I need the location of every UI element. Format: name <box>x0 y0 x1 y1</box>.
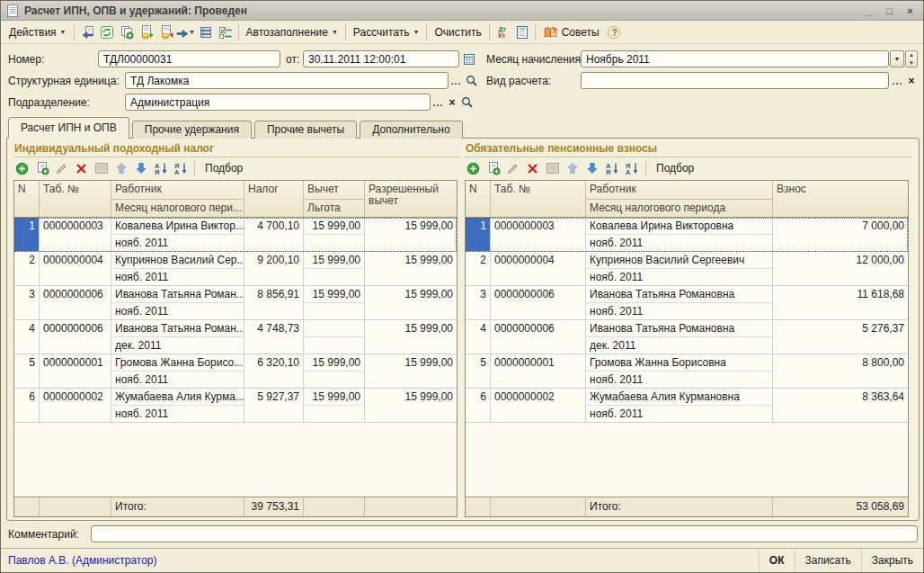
calctype-input[interactable] <box>581 72 889 89</box>
contribution-cell[interactable]: 7 000,00 <box>773 218 908 251</box>
allowed-cell[interactable]: 15 999,00 <box>365 354 457 388</box>
col-employee[interactable]: Работник Месяц налогового периода <box>586 181 773 217</box>
pick-button[interactable]: Подбор <box>201 162 246 175</box>
help-button[interactable]: ? <box>604 23 624 41</box>
col-n[interactable]: N <box>14 181 40 217</box>
current-user-link[interactable]: Павлов А.В. (Администратор) <box>1 554 759 567</box>
employee-cell[interactable]: Иванова Татьяна Роман... нояб. 2011 <box>111 286 244 319</box>
comment-input[interactable] <box>91 525 918 542</box>
table-row[interactable]: 6 0000000002 Жумабаева Алия Курмановна н… <box>466 389 908 423</box>
row-number-cell[interactable]: 2 <box>14 252 40 285</box>
month-input[interactable] <box>581 50 889 67</box>
row-number-cell[interactable]: 2 <box>466 252 491 285</box>
tab-no-cell[interactable]: 0000000006 <box>491 286 586 319</box>
end-edit-button[interactable] <box>93 161 109 176</box>
row-number-cell[interactable]: 6 <box>466 389 491 422</box>
goto-button[interactable]: ▼ <box>176 23 196 41</box>
unit-open-button[interactable] <box>464 72 478 89</box>
col-allowed[interactable]: Разрешенный вычет <box>365 181 457 217</box>
tab[interactable]: Дополнительно <box>360 121 462 139</box>
contribution-cell[interactable]: 12 000,00 <box>773 252 908 285</box>
tab-no-cell[interactable]: 0000000004 <box>40 252 111 285</box>
contribution-cell[interactable]: 8 363,64 <box>773 389 908 422</box>
journal-button[interactable] <box>512 23 532 41</box>
col-n[interactable]: N <box>466 181 491 217</box>
employee-cell[interactable]: Иванова Татьяна Романовна нояб. 2011 <box>586 286 773 319</box>
add-row-button[interactable] <box>14 161 30 176</box>
employee-cell[interactable]: Громова Жанна Борисо... нояб. 2011 <box>111 354 244 388</box>
move-up-button[interactable] <box>113 161 129 176</box>
unit-select-button[interactable]: ... <box>449 72 463 89</box>
row-number-cell[interactable]: 4 <box>466 320 491 354</box>
table-row[interactable]: 2 0000000004 Куприянов Василий Сер... но… <box>14 252 457 286</box>
col-tab-no[interactable]: Таб. № <box>40 181 111 217</box>
col-contribution[interactable]: Взнос <box>773 181 908 217</box>
edit-row-button[interactable] <box>505 161 520 176</box>
table-row[interactable]: 1 0000000003 Ковалева Ирина Викторовна н… <box>466 218 908 252</box>
allowed-cell[interactable]: 15 999,00 <box>365 286 457 319</box>
row-number-cell[interactable]: 4 <box>14 320 40 354</box>
employee-cell[interactable]: Куприянов Василий Сер... нояб. 2011 <box>111 252 244 285</box>
calctype-clear-button[interactable]: × <box>905 72 918 89</box>
tab-no-cell[interactable]: 0000000006 <box>40 320 111 354</box>
month-spinner[interactable]: ▲▼ <box>905 50 918 67</box>
tax-cell[interactable]: 4 700,10 <box>244 218 304 251</box>
tab-no-cell[interactable]: 0000000002 <box>40 389 111 422</box>
deduction-cell[interactable]: 15 999,00 <box>304 252 365 285</box>
deduction-cell[interactable]: 15 999,00 <box>304 218 365 251</box>
tab[interactable]: Расчет ИПН и ОПВ <box>8 117 129 139</box>
tab-no-cell[interactable]: 0000000001 <box>491 354 586 388</box>
employee-cell[interactable]: Громова Жанна Борисовна нояб. 2011 <box>586 354 773 388</box>
move-down-button[interactable] <box>584 161 600 176</box>
tips-button[interactable]: ?Советы <box>538 23 604 41</box>
tab-no-cell[interactable]: 0000000004 <box>491 252 586 285</box>
deduction-cell[interactable]: 15 999,00 <box>304 354 365 388</box>
employee-cell[interactable]: Иванова Татьяна Романовна дек. 2011 <box>586 320 773 354</box>
statusbar-button[interactable]: Записать <box>795 549 861 572</box>
unpost-button[interactable] <box>156 23 176 41</box>
calculate-menu-button[interactable]: Рассчитать▼ <box>349 24 424 40</box>
contribution-cell[interactable]: 11 618,68 <box>773 286 908 319</box>
calendar-button[interactable] <box>461 50 476 67</box>
table-row[interactable]: 5 0000000001 Громова Жанна Борисовна ноя… <box>466 354 908 389</box>
tax-cell[interactable]: 4 748,73 <box>244 320 304 354</box>
list-settings-button[interactable] <box>216 23 235 41</box>
close-icon[interactable]: × <box>902 4 918 17</box>
dtkt-button[interactable]: ДтКт <box>493 23 512 41</box>
structure-button[interactable] <box>196 23 216 41</box>
allowed-cell[interactable]: 15 999,00 <box>365 252 457 285</box>
employee-cell[interactable]: Ковалева Ирина Виктор... нояб. 2011 <box>111 218 244 251</box>
clear-button[interactable]: Очистить <box>430 24 485 40</box>
table-row[interactable]: 5 0000000001 Громова Жанна Борисо... ноя… <box>14 354 457 389</box>
post-button[interactable] <box>137 23 156 41</box>
department-select-button[interactable]: ... <box>431 94 445 111</box>
actions-menu-button[interactable]: Действия▼ <box>4 24 71 40</box>
tax-cell[interactable]: 8 856,91 <box>244 286 304 319</box>
tab[interactable]: Прочие вычеты <box>254 121 357 139</box>
autofill-menu-button[interactable]: Автозаполнение▼ <box>242 24 342 40</box>
contribution-cell[interactable]: 5 276,37 <box>773 320 908 354</box>
calctype-select-button[interactable]: ... <box>891 72 904 89</box>
col-employee[interactable]: Работник Месяц налогового пери... <box>111 181 244 217</box>
department-input[interactable] <box>125 94 431 111</box>
sort-desc-button[interactable]: ЯА <box>624 161 639 176</box>
department-open-button[interactable] <box>459 94 474 111</box>
date-input[interactable] <box>303 50 459 67</box>
tax-cell[interactable]: 6 320,10 <box>244 354 304 388</box>
sort-asc-button[interactable]: АЯ <box>153 161 168 176</box>
allowed-cell[interactable]: 15 999,00 <box>365 389 457 422</box>
copy-row-button[interactable] <box>485 161 501 176</box>
delete-row-button[interactable] <box>525 161 540 176</box>
number-input[interactable] <box>98 50 280 67</box>
tab[interactable]: Прочие удержания <box>132 121 252 139</box>
unit-input[interactable] <box>125 72 449 89</box>
maximize-icon[interactable]: □ <box>882 4 897 17</box>
tab-no-cell[interactable]: 0000000001 <box>40 354 111 388</box>
col-tax[interactable]: Налог <box>244 181 304 217</box>
reread-button[interactable] <box>77 23 97 41</box>
allowed-cell[interactable]: 15 999,00 <box>365 320 457 354</box>
row-number-cell[interactable]: 1 <box>14 218 40 251</box>
pick-button[interactable]: Подбор <box>653 162 697 175</box>
table-row[interactable]: 3 0000000006 Иванова Татьяна Романовна н… <box>466 286 908 320</box>
table-row[interactable]: 3 0000000006 Иванова Татьяна Роман... но… <box>14 286 457 320</box>
